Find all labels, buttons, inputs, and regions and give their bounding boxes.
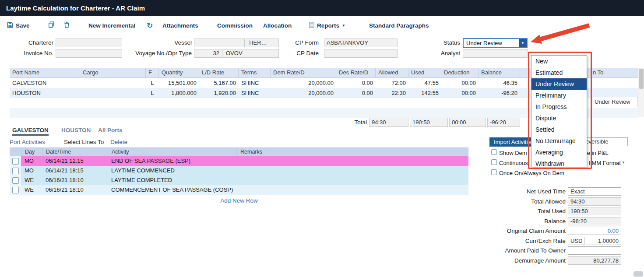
col-day[interactable]: Day bbox=[21, 148, 42, 156]
row-checkbox[interactable] bbox=[12, 187, 19, 193]
analyst-input[interactable] bbox=[463, 49, 528, 58]
cp-form-input[interactable]: ASBATANKVOY bbox=[324, 39, 398, 47]
reports-menu-button[interactable]: Reports ▼ bbox=[309, 20, 345, 31]
activity-row[interactable]: WE 06/16/21 18:10 COMMENCEMENT OF SEA PA… bbox=[10, 185, 468, 195]
row-checkbox[interactable] bbox=[12, 177, 19, 184]
quantity-link[interactable]: 1,800.000 bbox=[159, 88, 199, 98]
delete-record-button[interactable] bbox=[64, 20, 70, 31]
col-port-name[interactable]: Port Name bbox=[10, 68, 80, 77]
continuous-checkbox[interactable] bbox=[491, 159, 497, 165]
standard-paragraphs-button[interactable]: Standard Paragraphs bbox=[369, 20, 429, 31]
col-used[interactable]: Used bbox=[408, 68, 441, 77]
original-claim-field[interactable]: 0.00 bbox=[568, 227, 621, 235]
total-allowed-label: Total Allowed bbox=[486, 197, 566, 206]
status-option-under-review[interactable]: Under Review bbox=[531, 78, 587, 90]
activity-row[interactable]: MO 06/14/21 12:15 END OF SEA PASSAGE (ES… bbox=[10, 156, 468, 166]
amount-paid-field[interactable] bbox=[568, 246, 621, 255]
cell-day: MO bbox=[21, 166, 42, 175]
cell-f: L bbox=[146, 78, 159, 88]
add-new-row-link[interactable]: Add New Row bbox=[10, 197, 468, 204]
col-allowed[interactable]: Allowed bbox=[376, 68, 408, 77]
refresh-button[interactable]: ↻ bbox=[147, 20, 153, 31]
show-dem-checkbox[interactable] bbox=[491, 149, 497, 155]
cell-port: GALVESTON bbox=[10, 78, 80, 88]
port-status-cell[interactable]: Under Review bbox=[592, 97, 637, 107]
commission-button[interactable]: Commission bbox=[217, 20, 253, 31]
currency-field[interactable]: USD bbox=[568, 237, 584, 245]
col-cargo[interactable]: Cargo bbox=[80, 68, 146, 77]
col-activity[interactable]: Activity bbox=[108, 148, 237, 156]
row-checkbox-cell bbox=[10, 185, 21, 195]
page-title: Laytime Calculation for Charterer - AR C… bbox=[6, 4, 145, 12]
col-deduction[interactable]: Deduction bbox=[441, 68, 479, 77]
status-option-no-demurrage[interactable]: No Demurrage bbox=[531, 135, 587, 147]
voyage-no-field[interactable]: 32 bbox=[194, 49, 222, 57]
cell-terms: SHINC bbox=[239, 78, 271, 88]
hhmm-caret-icon[interactable]: ▼ bbox=[622, 161, 625, 165]
activity-row[interactable]: MO 06/14/21 18:15 LAYTIME COMMENCED bbox=[10, 166, 468, 175]
col-des-rate[interactable]: Des Rate/D bbox=[336, 68, 376, 77]
allocation-button[interactable]: Allocation bbox=[263, 20, 292, 31]
invoice-no-input[interactable] bbox=[56, 49, 122, 58]
status-option-averaging[interactable]: Averaging bbox=[531, 147, 587, 158]
continuous-label: Continuous bbox=[499, 160, 528, 167]
col-datetime[interactable]: Date/Time bbox=[42, 148, 108, 156]
cell-dem-rate: 20,000.00 bbox=[271, 88, 336, 98]
col-select bbox=[10, 148, 21, 156]
activities-grid-header: Day Date/Time Activity Remarks bbox=[10, 147, 468, 156]
cell-activity: LAYTIME COMMENCED bbox=[108, 166, 236, 175]
status-option-in-progress[interactable]: In Progress bbox=[531, 101, 587, 112]
row-checkbox[interactable] bbox=[12, 158, 19, 165]
total-used-label: Total Used bbox=[486, 207, 566, 215]
col-balance[interactable]: Balance bbox=[479, 68, 520, 77]
col-remarks[interactable]: Remarks bbox=[237, 148, 468, 156]
status-option-preliminary[interactable]: Preliminary bbox=[531, 90, 587, 101]
annotation-arrow bbox=[525, 23, 592, 47]
tier-button[interactable]: TIER… bbox=[246, 39, 279, 47]
status-option-new[interactable]: New bbox=[531, 56, 587, 67]
quantity-link[interactable]: 15,501.000 bbox=[159, 78, 199, 88]
status-option-withdrawn[interactable]: Withdrawn bbox=[531, 158, 587, 167]
attachments-button[interactable]: Attachments bbox=[162, 20, 198, 31]
reports-icon bbox=[309, 22, 314, 29]
status-option-estimated[interactable]: Estimated bbox=[531, 67, 587, 78]
cp-date-input[interactable] bbox=[324, 49, 398, 58]
status-dropdown[interactable]: Under Review ▼ bbox=[463, 38, 528, 48]
cell-used: 47:55 bbox=[408, 78, 441, 88]
tab-houston[interactable]: HOUSTON bbox=[61, 126, 91, 136]
col-f[interactable]: F bbox=[146, 68, 159, 77]
row-checkbox[interactable] bbox=[12, 168, 19, 174]
net-used-time-field[interactable]: Exact bbox=[568, 187, 621, 196]
col-terms[interactable]: Terms bbox=[239, 68, 271, 77]
voyage-opr-label: Voyage No./Opr Type bbox=[123, 49, 192, 58]
col-ld-rate[interactable]: L/D Rate bbox=[199, 68, 239, 77]
status-option-dispute[interactable]: Dispute bbox=[531, 112, 587, 124]
cell-datetime: 06/16/21 18:10 bbox=[42, 175, 108, 185]
toolbar-divider bbox=[157, 20, 157, 31]
vessel-input[interactable] bbox=[194, 39, 245, 47]
scrollbar-thumb[interactable] bbox=[639, 69, 644, 89]
once-on-checkbox[interactable] bbox=[491, 169, 497, 175]
new-incremental-button[interactable]: New Incremental bbox=[88, 20, 135, 31]
vessel-label: Vessel bbox=[123, 39, 192, 47]
copy-button[interactable] bbox=[48, 20, 54, 31]
tab-galveston[interactable]: GALVESTON bbox=[12, 126, 49, 136]
voyage-opr-input[interactable]: 32 OVOV bbox=[194, 49, 279, 58]
charterer-input[interactable] bbox=[56, 39, 122, 47]
chevron-down-icon: ▼ bbox=[342, 24, 345, 28]
delete-lines-link[interactable]: Delete bbox=[110, 139, 127, 145]
row-checkbox-cell bbox=[10, 175, 21, 185]
activity-row[interactable]: WE 06/16/21 18:10 LAYTIME COMPLETED bbox=[10, 175, 468, 185]
tab-all-ports[interactable]: All Ports bbox=[98, 126, 123, 136]
save-button[interactable]: Save bbox=[7, 20, 30, 31]
status-caret-icon[interactable]: ▼ bbox=[519, 39, 527, 47]
col-quantity[interactable]: Quantity bbox=[159, 68, 199, 77]
opr-type-field[interactable]: OVOV bbox=[222, 49, 278, 57]
col-dem-rate[interactable]: Dem Rate/D bbox=[271, 68, 336, 77]
status-option-settled[interactable]: Settled bbox=[531, 124, 587, 135]
exch-rate-field[interactable]: 1.00000 bbox=[586, 237, 621, 245]
ports-grid-scrollbar[interactable] bbox=[638, 68, 644, 117]
row-checkbox-cell bbox=[10, 156, 21, 166]
horizontal-scrollbar-thumb[interactable] bbox=[633, 271, 643, 277]
cell-activity: COMMENCEMENT OF SEA PASSAGE (COSP) bbox=[108, 185, 236, 195]
